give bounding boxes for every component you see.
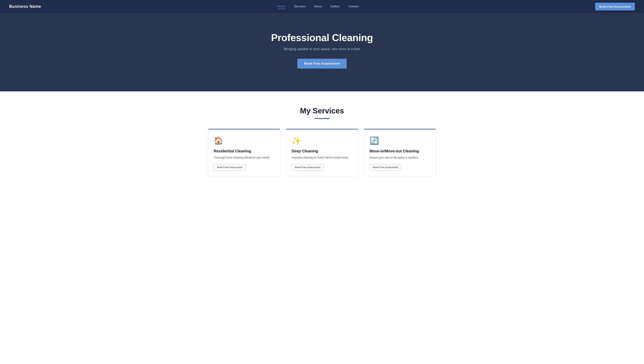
- deep-cleaning-icon: ✨: [292, 136, 352, 145]
- residential-icon: 🏠: [214, 136, 275, 145]
- nav-cta-button[interactable]: Book Free Assessment: [595, 3, 635, 10]
- hero-title: Professional Cleaning: [271, 32, 373, 43]
- service-card-deep: ✨ Deep Cleaning Intensive cleaning for t…: [286, 129, 358, 176]
- services-underline: [314, 118, 330, 119]
- nav-item-gallery[interactable]: Gallery: [330, 5, 340, 8]
- moveinout-cta-button[interactable]: Book Free Assessment: [369, 164, 401, 170]
- deep-cleaning-cta-button[interactable]: Book Free Assessment: [292, 164, 324, 170]
- nav-link-services[interactable]: Services: [294, 5, 305, 8]
- nav-links: Home Services About Gallery Contact: [277, 5, 359, 8]
- service-card-moveinout: 🔄 Move-in/Move-out Cleaning Ensure your …: [364, 129, 436, 176]
- navbar: Business Name Home Services About Galler…: [0, 0, 644, 13]
- nav-item-services[interactable]: Services: [294, 5, 305, 8]
- hero-section: Professional Cleaning Bringing sparkle t…: [0, 13, 644, 92]
- moveinout-name: Move-in/Move-out Cleaning: [369, 149, 430, 153]
- residential-cta-button[interactable]: Book Free Assessment: [214, 164, 246, 170]
- nav-link-gallery[interactable]: Gallery: [330, 5, 340, 8]
- deep-cleaning-desc: Intensive cleaning for those hard-to-rea…: [292, 156, 352, 160]
- hero-subtitle: Bringing sparkle to your space, one room…: [284, 47, 360, 51]
- hero-cta-button[interactable]: Book Free Assessment: [297, 59, 347, 68]
- services-grid: 🏠 Residential Cleaning Thorough home cle…: [208, 129, 436, 176]
- nav-item-about[interactable]: About: [314, 5, 322, 8]
- service-card-residential: 🏠 Residential Cleaning Thorough home cle…: [208, 129, 280, 176]
- nav-item-home[interactable]: Home: [277, 5, 286, 8]
- moveinout-desc: Ensure your new or old space is spotless: [369, 156, 430, 160]
- nav-link-home[interactable]: Home: [277, 5, 286, 9]
- deep-cleaning-name: Deep Cleaning: [292, 149, 352, 153]
- residential-name: Residential Cleaning: [214, 149, 275, 153]
- nav-item-contact[interactable]: Contact: [348, 5, 359, 8]
- nav-link-about[interactable]: About: [314, 5, 322, 8]
- services-section: My Services 🏠 Residential Cleaning Thoro…: [0, 92, 644, 188]
- brand-name: Business Name: [9, 4, 41, 9]
- moveinout-icon: 🔄: [369, 136, 430, 145]
- nav-link-contact[interactable]: Contact: [348, 5, 359, 8]
- services-section-title: My Services: [9, 106, 635, 115]
- residential-desc: Thorough home cleaning tailored to your …: [214, 156, 275, 160]
